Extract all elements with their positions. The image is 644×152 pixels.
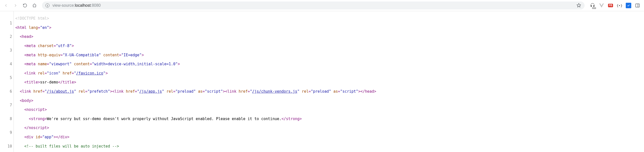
- bookmark-star-icon[interactable]: [576, 3, 581, 8]
- source-line: <html lang="en">: [15, 25, 376, 30]
- source-link-favicon[interactable]: /favicon.ico: [76, 71, 103, 76]
- reload-button[interactable]: [21, 1, 29, 9]
- extension-fb-icon[interactable]: FB: [608, 2, 614, 8]
- address-bar[interactable]: i view-source:localhost:8080: [42, 1, 584, 9]
- line-number-gutter: 1 2 3 4 5 6 7 8 9 10 11 12 13 14 15 16 1…: [0, 11, 14, 152]
- source-line: <meta name="viewport" content="width=dev…: [15, 62, 376, 66]
- source-line: <body>: [15, 98, 376, 103]
- source-code-viewer: 1 2 3 4 5 6 7 8 9 10 11 12 13 14 15 16 1…: [0, 11, 644, 152]
- line-number: 1: [3, 21, 12, 25]
- extension-icons: OFF FB {•}: [588, 2, 642, 8]
- site-info-icon[interactable]: i: [46, 3, 50, 7]
- back-button[interactable]: [2, 1, 10, 9]
- source-line: <strong>We're sorry but ssr-demo doesn't…: [15, 117, 376, 121]
- line-number: 2: [3, 34, 12, 39]
- browser-toolbar: i view-source:localhost:8080 OFF FB {•}: [0, 0, 644, 11]
- url-text: view-source:localhost:8080: [52, 3, 101, 8]
- line-number: 6: [3, 89, 12, 94]
- source-line: <div id="app"></div>: [15, 135, 376, 139]
- line-number: 10: [3, 144, 12, 149]
- line-number: 5: [3, 76, 12, 80]
- line-number: 8: [3, 117, 12, 121]
- line-number: 7: [3, 103, 12, 107]
- source-line: <meta charset="utf-8">: [15, 44, 376, 48]
- source-line: <link rel="icon" href="/favicon.ico">: [15, 71, 376, 76]
- source-link-chunk-vendors-js[interactable]: /js/chunk-vendors.js: [252, 89, 297, 94]
- source-line: <link href="/js/about.js" rel="prefetch"…: [15, 89, 376, 94]
- source-line: <!DOCTYPE html>: [15, 16, 376, 21]
- line-number: 3: [3, 48, 12, 53]
- forward-button[interactable]: [12, 1, 20, 9]
- source-code-area[interactable]: <!DOCTYPE html> <html lang="en"> <head> …: [14, 11, 376, 152]
- source-line: <meta http-equiv="X-UA-Compatible" conte…: [15, 53, 376, 57]
- extension-panel-icon[interactable]: [634, 2, 640, 8]
- svg-rect-1: [636, 4, 640, 7]
- extension-blue-check-icon[interactable]: [626, 2, 632, 8]
- source-line: <!-- built files will be auto injected -…: [15, 144, 376, 149]
- line-number: 9: [3, 130, 12, 135]
- source-line: </noscript>: [15, 126, 376, 130]
- source-line: <noscript>: [15, 107, 376, 112]
- source-line: <head>: [15, 34, 376, 39]
- source-link-app-js[interactable]: /js/app.js: [140, 89, 162, 94]
- extension-off-badge: OFF: [592, 7, 596, 9]
- source-link-about-js[interactable]: /js/about.js: [47, 89, 74, 94]
- extension-vue-devtools-icon[interactable]: [598, 2, 604, 8]
- line-number: 4: [3, 62, 12, 66]
- extension-headphones-icon[interactable]: OFF: [590, 2, 596, 8]
- source-line: <title>ssr-demo</title>: [15, 80, 376, 84]
- home-button[interactable]: [30, 1, 38, 9]
- extension-braces-icon[interactable]: {•}: [616, 2, 622, 8]
- svg-marker-0: [577, 3, 581, 7]
